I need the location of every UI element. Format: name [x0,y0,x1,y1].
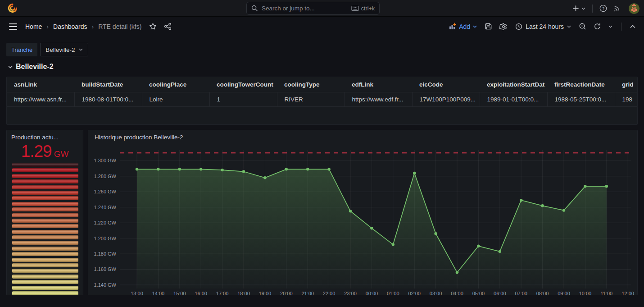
metadata-table[interactable]: asnLinkbuildStartDatecoolingPlacecooling… [7,77,638,107]
zoom-out-button[interactable] [576,20,589,32]
gauge-cell-lit [12,207,78,211]
help-button[interactable]: ? [596,0,610,17]
y-axis-tick: 1.160 GW [94,266,116,272]
y-axis-tick: 1.260 GW [94,189,116,194]
x-axis-tick: 18:00 [237,291,250,296]
divider [621,23,621,31]
y-axis-tick: 1.240 GW [94,205,116,210]
table-column-header[interactable]: firstReactionDate [547,77,615,92]
x-axis-tick: 04:00 [451,291,463,296]
share-button[interactable] [162,20,174,32]
data-point[interactable] [263,176,266,179]
data-point[interactable] [136,168,138,170]
table-cell: Loire [142,92,209,107]
breadcrumb-separator: › [46,23,49,30]
breadcrumb: Home › Dashboards › RTE detail (kfs) [25,23,141,30]
save-dashboard-button[interactable] [482,20,494,32]
template-variables-row: Tranche Belleville-2 [6,43,88,56]
x-axis-tick: 16:00 [195,291,207,296]
table-column-header[interactable]: coolingTowerCount [209,77,277,92]
chevron-down-icon [473,25,477,28]
gauge-cell-lit [12,191,78,195]
gauge-cell-lit [12,196,78,200]
data-point[interactable] [392,243,395,246]
toolbar-actions: Add [446,20,644,33]
data-point[interactable] [242,170,245,173]
user-avatar[interactable] [629,3,639,14]
data-point[interactable] [178,168,181,170]
collapse-toolbar-button[interactable] [628,23,638,31]
dashboard-toolbar: Home › Dashboards › RTE detail (kfs) [0,17,644,36]
new-menu-button[interactable] [569,0,589,17]
news-rss-button[interactable] [610,0,624,17]
data-point[interactable] [157,168,159,170]
gauge-cell-lit [12,291,78,295]
chevron-down-icon [581,7,585,10]
gauge-value-unit: GW [54,149,69,159]
data-point[interactable] [327,168,330,170]
refresh-interval-dropdown[interactable] [606,23,615,30]
x-axis-tick: 20:00 [280,291,293,296]
table-column-header[interactable]: exploitationStartDat [480,77,547,92]
data-point[interactable] [413,172,416,174]
data-point[interactable] [306,168,309,170]
led-gauge [12,163,78,297]
variable-label: Tranche [6,43,37,56]
panel-title: Production actu... [11,134,79,141]
dashboard-settings-button[interactable] [497,20,510,33]
data-point[interactable] [477,245,480,247]
table-column-header[interactable]: edfLink [345,77,412,92]
table-column-header[interactable]: buildStartDate [74,77,142,92]
gauge-value: 1.29GW [7,142,83,161]
x-axis-tick: 01:00 [387,291,399,296]
table-column-header[interactable]: asnLink [7,77,74,92]
table-column-header[interactable]: coolingPlace [142,77,209,92]
gauge-cell-lit [12,235,78,239]
x-axis-tick: 19:00 [259,291,272,296]
search-icon [251,5,258,12]
topbar-actions: ? [569,0,644,17]
add-panel-button[interactable]: Add [446,23,480,30]
breadcrumb-dashboards[interactable]: Dashboards [53,23,87,30]
table-column-header[interactable]: grid [615,77,638,92]
breadcrumb-home[interactable]: Home [25,23,42,30]
production-history-panel: Historique production Belleville-2 13:00… [88,130,638,295]
chevron-down-icon [79,48,83,51]
y-axis-tick: 1.200 GW [94,236,116,241]
x-axis-tick: 23:00 [344,291,357,296]
data-point[interactable] [370,227,373,229]
data-point[interactable] [605,185,608,188]
gauge-cell-lit [12,247,78,251]
favorite-star-button[interactable] [147,20,159,32]
gauge-cell-lit [12,263,78,267]
table-cell: 1980-08-01T00:0... [74,92,142,107]
data-point[interactable] [456,271,458,274]
menu-toggle-button[interactable] [7,22,19,32]
x-axis-tick: 13:00 [131,291,143,296]
data-point[interactable] [520,199,522,202]
data-point[interactable] [221,169,223,171]
data-point[interactable] [285,168,288,170]
data-point[interactable] [200,168,202,170]
divider [592,5,593,13]
variable-value-dropdown[interactable]: Belleville-2 [40,43,88,56]
row-section-header[interactable]: Belleville-2 [8,63,54,71]
data-point[interactable] [499,250,501,253]
data-point[interactable] [562,209,565,211]
grafana-logo-icon[interactable] [8,3,18,13]
table-column-header[interactable]: eicCode [412,77,480,92]
table-column-header[interactable]: coolingType [277,77,345,92]
search-input[interactable]: Search or jump to... ctrl+k [246,2,380,15]
search-shortcut: ctrl+k [351,5,375,12]
breadcrumb-separator: › [92,23,94,30]
data-point[interactable] [434,232,437,235]
time-range-picker[interactable]: Last 24 hours [512,23,574,30]
data-point[interactable] [541,204,544,207]
table-row[interactable]: https://www.asn.fr...1980-08-01T00:0...L… [7,92,638,107]
refresh-button[interactable] [591,20,603,32]
section-title: Belleville-2 [16,63,54,71]
data-point[interactable] [584,185,586,188]
x-axis-tick: 09:00 [558,291,570,296]
time-series-chart[interactable]: 13:0014:0015:0016:0017:0018:0019:0020:00… [88,142,637,296]
data-point[interactable] [349,210,352,212]
